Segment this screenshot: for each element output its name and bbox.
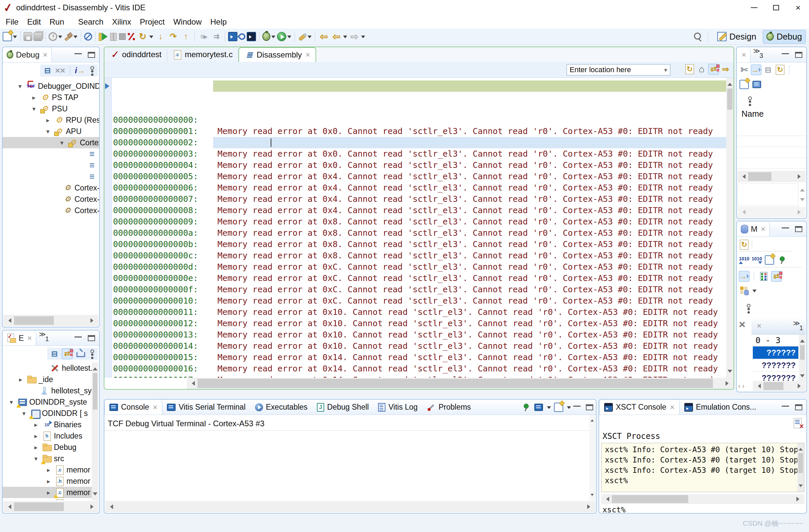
expander-icon[interactable]: ▾ [58,139,66,147]
disassembly-row[interactable]: 0000000000000003: Memory read error at 0… [104,114,726,126]
link-with-editor-icon[interactable]: ⇄ [62,348,72,359]
import-icon[interactable] [74,348,85,359]
suspend[interactable] [109,32,118,41]
collapse-all-icon[interactable]: ⊟ [49,348,60,359]
instruction-stepping[interactable]: ≡▸ [198,31,209,42]
explorer-debug-folder[interactable]: ▸ Debug [3,442,92,453]
right-top-hscrollbar[interactable] [738,171,806,182]
disassembly-row[interactable]: 0000000000000004: Memory read error at 0… [104,126,726,137]
xsct-output[interactable]: xsct% Info: Cortex-A53 #0 (target 10) St… [601,443,804,492]
disassembly-row[interactable]: 000000000000000b: Memory read error at 0… [104,205,726,216]
view-menu-icon[interactable] [90,66,93,75]
explorer-memory-h[interactable]: ▸ .h memor [3,476,92,487]
disassembly-row[interactable]: 0000000000000008: Memory read error at 0… [104,171,726,182]
reset[interactable]: ↻ [137,31,154,42]
collapse-all-icon[interactable]: ⊟ [42,65,53,76]
explorer-includes[interactable]: ▸ h Includes [3,430,92,442]
expander-icon[interactable]: ▸ [32,444,40,451]
view-overflow-tabs[interactable]: ≫1 [36,330,52,345]
expander-icon[interactable]: ▾ [30,105,38,113]
memory-hscrollbar[interactable] [753,381,806,391]
debug-node-apu[interactable]: ▾ ⚙ APU [3,126,99,137]
memory-rendering-icon[interactable] [739,285,750,296]
step-return[interactable]: ↑ [180,31,191,42]
disconnect[interactable] [127,32,136,41]
debug-node-rpu[interactable]: ▸ ⚙ RPU (Reset) [3,114,99,126]
open-console-icon[interactable] [553,402,564,413]
explorer-view-tab[interactable]: ✓ E [3,330,36,345]
collapse-all-icon[interactable]: ⊟ [763,65,773,75]
tab-odinddrtest[interactable]: ✓ odinddrtest [104,47,167,62]
expander-icon[interactable]: ▸ [45,500,53,501]
new-wizard[interactable] [3,32,17,41]
show-instruction-pointer-icon[interactable]: i→ [74,65,85,76]
build[interactable] [64,32,78,41]
refresh-view-icon[interactable]: ↻ [684,64,695,74]
maximize-view-icon[interactable] [586,404,593,410]
menu-window[interactable]: Window [169,17,206,27]
binary-up-icon[interactable]: 1010 [739,255,750,265]
close-icon[interactable] [757,321,761,330]
debug-node-cortex-a53-2[interactable]: ⚙ Cortex-A5 [3,193,99,205]
expander-icon[interactable]: ▾ [32,455,40,463]
memory-cell[interactable]: ?????? [753,346,798,359]
explorer-memory-c[interactable]: ▸ .c memor [3,464,92,476]
debug-hscrollbar[interactable] [3,315,99,326]
disassembly-content[interactable]: 0000000000000000: Memory read error at 0… [104,78,726,378]
debug-frame-3[interactable]: ≡ 0x0000 [3,171,99,182]
maximize-view-icon[interactable] [795,226,802,232]
display-selected-console-icon[interactable] [533,402,544,413]
minimize-view-icon[interactable] [74,53,82,54]
dropdown-arrow-icon[interactable] [343,36,347,40]
disassembly-row[interactable]: 0000000000000015: Memory read error at 0… [104,318,726,329]
memory-cell[interactable]: ??????? [753,359,798,372]
menu-project[interactable]: Project [135,17,169,27]
tab-console[interactable]: Console [104,400,162,415]
detail-hscrollbar[interactable] [738,207,806,218]
expander-icon[interactable]: ▸ [44,116,52,124]
close-button[interactable]: × [787,0,809,15]
disassembly-row[interactable]: 0000000000000000: Memory read error at 0… [104,81,726,92]
run-launch[interactable] [277,32,292,41]
tab-disassembly[interactable]: ≣ Disassembly [238,47,316,62]
binary-down-icon[interactable]: 1010 [752,255,762,265]
expander-icon[interactable]: ▸ [32,432,40,440]
tab-xsct-console[interactable]: XSCT Console [599,400,679,415]
maximize-button[interactable] [765,0,787,15]
save-all[interactable] [34,32,42,41]
debug-node-cortex-a53-0[interactable]: ▾ ⚙ Cortex-A5 [3,137,99,148]
layout-tree-icon[interactable]: →⊦ [739,271,750,281]
view-menu-icon[interactable] [90,349,93,359]
name-column-header[interactable]: Name [741,109,764,119]
menu-edit[interactable]: Edit [23,17,45,27]
disassembly-row[interactable]: 000000000000000a: Memory read error at 0… [104,193,726,205]
monitor-pager[interactable]: ‹ › [738,382,744,390]
tab-executables[interactable]: Executables [251,400,312,415]
pin-view-icon[interactable] [752,79,762,90]
maximize-view-icon[interactable] [88,335,95,341]
minimize-view-icon[interactable] [782,227,789,228]
close-icon[interactable] [153,403,157,412]
minimize-button[interactable] [743,0,765,15]
disassembly-row[interactable]: 0000000000000012: Memory read error at 0… [104,284,726,295]
disassembly-row[interactable]: 0000000000000016: Memory read error at 0… [104,329,726,341]
expander-icon[interactable]: ▸ [45,489,53,496]
back-last-edit[interactable]: ⇦ [318,31,329,42]
view-menu-icon[interactable] [747,96,751,106]
remove-all-terminated-icon[interactable]: ×× [55,65,66,76]
menu-run[interactable]: Run [45,17,69,27]
debug-node-cortex-a53-1[interactable]: ⚙ Cortex-A5 [3,182,99,193]
layout-tree-icon[interactable]: →⊦ [751,65,761,75]
xsct-vscrollbar[interactable] [797,443,804,492]
minimize-view-icon[interactable] [573,405,581,407]
disassembly-vscrollbar[interactable] [726,78,734,378]
disassembly-hscrollbar[interactable] [187,378,734,389]
skip-all-breakpoints[interactable] [84,33,92,40]
disassembly-row[interactable]: 0000000000000001: Memory read error at 0… [104,92,726,103]
menu-help[interactable]: Help [206,17,231,27]
tab-problems[interactable]: Problems [422,400,476,415]
view-menu-icon[interactable] [746,303,750,313]
detail-vscrollbar[interactable] [799,184,806,206]
expander-icon[interactable]: ▾ [16,83,24,90]
disassembly-row[interactable]: 0000000000000006: Memory read error at 0… [104,148,726,160]
